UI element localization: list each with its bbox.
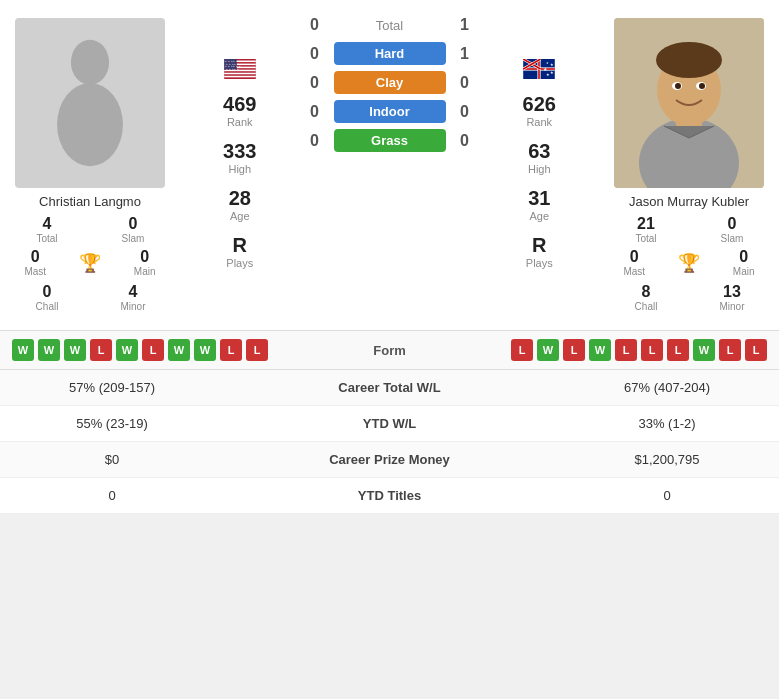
player1-rank-value: 469 <box>223 93 256 116</box>
svg-point-1 <box>57 83 123 166</box>
stats-cell-p1: 57% (209-157) <box>12 380 212 395</box>
stats-cell-p2: 0 <box>567 488 767 503</box>
player1-slam-label: Slam <box>122 233 145 244</box>
player1-minor-value: 4 <box>129 283 138 301</box>
player2-chall-box: 8 Chall <box>607 283 685 312</box>
svg-point-36 <box>699 83 705 89</box>
player2-minor-value: 13 <box>723 283 741 301</box>
svg-rect-7 <box>224 73 256 75</box>
svg-text:★: ★ <box>550 63 554 67</box>
player2-bottom-stats: 8 Chall 13 Minor <box>607 283 771 312</box>
indoor-row: 0 Indoor 0 <box>300 100 480 123</box>
stats-cell-p2: 33% (1-2) <box>567 416 767 431</box>
form-badge: L <box>220 339 242 361</box>
player1-chall-box: 0 Chall <box>8 283 86 312</box>
total-label: Total <box>330 18 450 33</box>
player2-name: Jason Murray Kubler <box>629 194 749 209</box>
player1-age-label: Age <box>229 210 251 222</box>
player2-slam-label: Slam <box>721 233 744 244</box>
player2-plays-box: R Plays <box>526 234 553 269</box>
player2-rank-box: 626 Rank <box>523 93 556 128</box>
player2-slam-value: 0 <box>728 215 737 233</box>
player2-chall-label: Chall <box>635 301 658 312</box>
player1-age-value: 28 <box>229 187 251 210</box>
form-badge: W <box>12 339 34 361</box>
player1-mast-box: 0 Mast <box>24 248 46 277</box>
hard-score-p2: 1 <box>450 45 480 63</box>
player2-slam-box: 0 Slam <box>693 215 771 244</box>
player1-trophy-row: 0 Mast 🏆 0 Main <box>8 248 172 277</box>
indoor-score-p1: 0 <box>300 103 330 121</box>
player2-mast-label: Mast <box>623 266 645 277</box>
player1-name: Christian Langmo <box>39 194 141 209</box>
stats-row: 55% (23-19) YTD W/L 33% (1-2) <box>0 406 779 442</box>
player1-main-box: 0 Main <box>134 248 156 277</box>
top-section: Christian Langmo 4 Total 0 Slam 0 Mast 🏆 <box>0 0 779 330</box>
total-score-p2: 1 <box>450 16 480 34</box>
player1-age-box: 28 Age <box>229 187 251 222</box>
stats-table: 57% (209-157) Career Total W/L 67% (407-… <box>0 369 779 514</box>
player1-plays-value: R <box>226 234 253 257</box>
stats-row: $0 Career Prize Money $1,200,795 <box>0 442 779 478</box>
trophy2-icon: 🏆 <box>678 252 700 274</box>
stats-label: Career Total W/L <box>212 380 567 395</box>
player1-photo <box>15 18 165 188</box>
player1-slam-box: 0 Slam <box>94 215 172 244</box>
player1-main-label: Main <box>134 266 156 277</box>
hard-button[interactable]: Hard <box>334 42 446 65</box>
indoor-button[interactable]: Indoor <box>334 100 446 123</box>
player1-high-value: 333 <box>223 140 256 163</box>
player1-chall-label: Chall <box>36 301 59 312</box>
player1-total-label: Total <box>36 233 57 244</box>
player2-mast-box: 0 Mast <box>623 248 645 277</box>
form-badge: L <box>615 339 637 361</box>
form-badge: L <box>511 339 533 361</box>
player2-stats-grid: 21 Total 0 Slam <box>607 215 771 244</box>
form-badge: L <box>246 339 268 361</box>
clay-score-p1: 0 <box>300 74 330 92</box>
player2-trophy-row: 0 Mast 🏆 0 Main <box>607 248 771 277</box>
hard-score-p1: 0 <box>300 45 330 63</box>
form-badge: L <box>641 339 663 361</box>
player1-chall-value: 0 <box>43 283 52 301</box>
form-badge: L <box>563 339 585 361</box>
clay-button[interactable]: Clay <box>334 71 446 94</box>
player2-age-value: 31 <box>528 187 550 210</box>
clay-score-p2: 0 <box>450 74 480 92</box>
form-label: Form <box>268 343 511 358</box>
form-badge: W <box>116 339 138 361</box>
player1-slam-value: 0 <box>129 215 138 233</box>
svg-text:★ ★ ★ ★ ★: ★ ★ ★ ★ ★ <box>226 68 239 71</box>
form-badge: L <box>90 339 112 361</box>
stats-cell-p1: 0 <box>12 488 212 503</box>
player2-panel: Jason Murray Kubler 21 Total 0 Slam 0 Ma… <box>599 10 779 320</box>
stats-label: YTD Titles <box>212 488 567 503</box>
player1-rank-box: 469 Rank <box>223 93 256 128</box>
player1-flag: ★ ★ ★ ★ ★ ★ ★ ★ ★ ★ ★ ★ ★ ★ ★ ★ ★ ★ ★ ★ … <box>224 59 256 83</box>
player2-chall-value: 8 <box>642 283 651 301</box>
match-center: 0 Total 1 0 Hard 1 0 Clay 0 0 Indoor 0 0 <box>300 10 480 320</box>
player2-high-label: High <box>528 163 551 175</box>
player2-main-box: 0 Main <box>733 248 755 277</box>
player1-panel: Christian Langmo 4 Total 0 Slam 0 Mast 🏆 <box>0 10 180 320</box>
player2-mast-value: 0 <box>630 248 639 266</box>
player2-age-label: Age <box>528 210 550 222</box>
form-badge: W <box>693 339 715 361</box>
player2-total-label: Total <box>635 233 656 244</box>
player1-form-badges: WWWLWLWWLL <box>12 339 268 361</box>
grass-button[interactable]: Grass <box>334 129 446 152</box>
grass-score-p1: 0 <box>300 132 330 150</box>
player2-plays-label: Plays <box>526 257 553 269</box>
clay-row: 0 Clay 0 <box>300 71 480 94</box>
player1-plays-box: R Plays <box>226 234 253 269</box>
player2-rank-value: 626 <box>523 93 556 116</box>
form-badge: W <box>38 339 60 361</box>
player2-minor-label: Minor <box>719 301 744 312</box>
form-badge: L <box>719 339 741 361</box>
player2-center-stats: ★ ★ ★ ★ ★ 626 Rank 63 High 31 Age R <box>480 10 600 320</box>
player1-stats-grid: 4 Total 0 Slam <box>8 215 172 244</box>
player1-mast-value: 0 <box>31 248 40 266</box>
player2-main-value: 0 <box>739 248 748 266</box>
player2-plays-value: R <box>526 234 553 257</box>
total-score-p1: 0 <box>300 16 330 34</box>
